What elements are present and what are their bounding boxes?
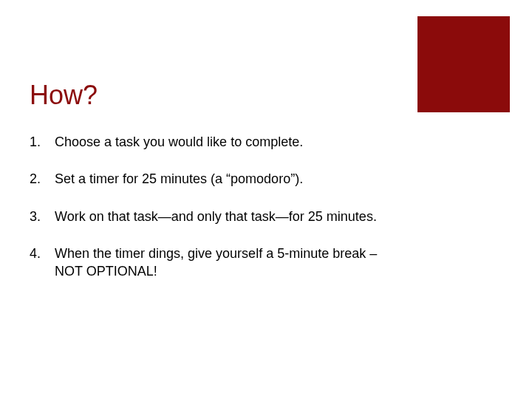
slide-title: How? [30, 80, 98, 111]
item-number: 3. [30, 208, 55, 225]
item-text: Work on that task—and only that task—for… [55, 208, 384, 225]
list-item: 3. Work on that task—and only that task—… [30, 208, 384, 225]
accent-block [417, 16, 510, 112]
item-text: Choose a task you would like to complete… [55, 133, 384, 151]
item-text: When the timer dings, give yourself a 5-… [55, 245, 384, 281]
item-number: 4. [30, 245, 55, 281]
item-number: 1. [30, 133, 55, 151]
list-item: 2. Set a timer for 25 minutes (a “pomodo… [30, 170, 384, 188]
item-number: 2. [30, 170, 55, 188]
steps-list: 1. Choose a task you would like to compl… [30, 133, 384, 299]
item-text: Set a timer for 25 minutes (a “pomodoro”… [55, 170, 384, 188]
list-item: 1. Choose a task you would like to compl… [30, 133, 384, 151]
list-item: 4. When the timer dings, give yourself a… [30, 245, 384, 281]
